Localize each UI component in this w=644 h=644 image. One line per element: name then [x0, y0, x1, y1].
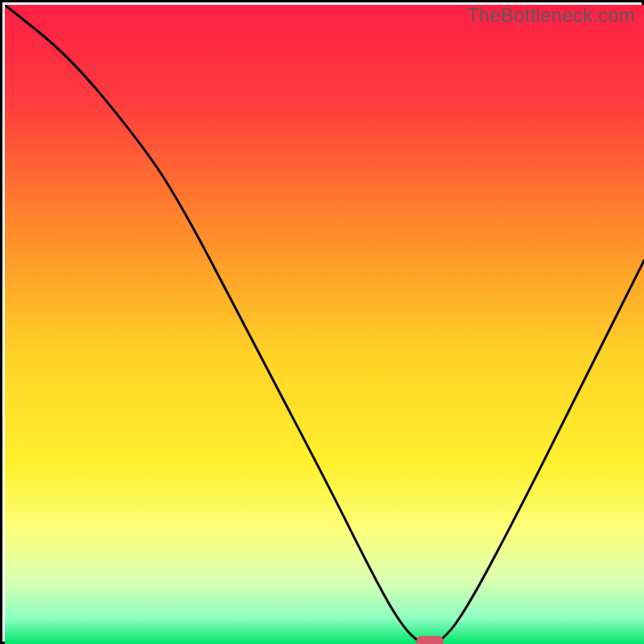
chart-frame: TheBottleneck.com [0, 0, 644, 644]
watermark-text: TheBottleneck.com [467, 4, 635, 27]
bottleneck-chart [5, 5, 644, 644]
optimal-marker [416, 636, 444, 644]
chart-background [5, 5, 644, 644]
